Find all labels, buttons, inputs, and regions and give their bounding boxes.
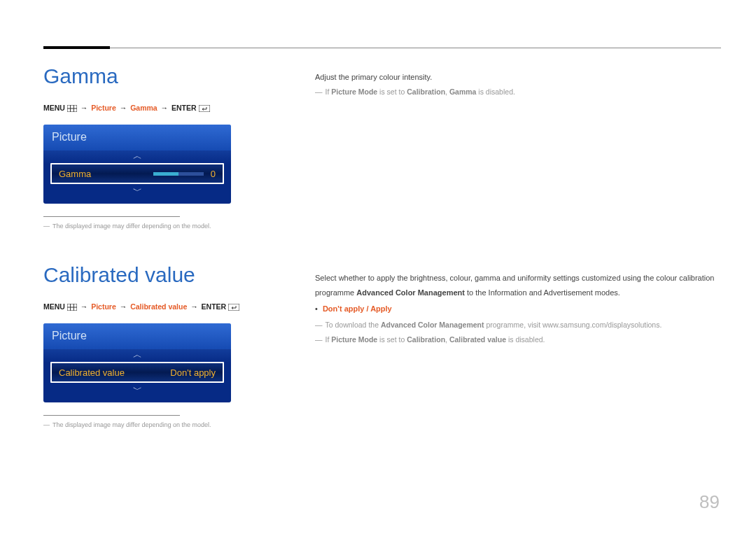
section-calibrated: Calibrated value MENU → Picture → Calibr… bbox=[43, 263, 281, 428]
header-rule-accent bbox=[43, 46, 110, 49]
menu-grid-icon bbox=[67, 304, 77, 312]
nav-picture: Picture bbox=[91, 104, 116, 112]
section-title-calibrated: Calibrated value bbox=[43, 263, 281, 287]
osd-panel-calibrated: Picture ︿ Calibrated value Don't apply ﹀ bbox=[43, 323, 231, 402]
enter-label: ENTER bbox=[172, 104, 197, 112]
calibrated-desc-line1: Select whether to apply the brightness, … bbox=[315, 272, 721, 284]
menu-path-gamma: MENU → Picture → Gamma → ENTER bbox=[43, 104, 281, 113]
page-number: 89 bbox=[699, 491, 720, 513]
chevron-down-icon: ﹀ bbox=[43, 185, 231, 197]
enter-key-icon bbox=[228, 304, 239, 312]
arrow-icon: → bbox=[80, 302, 88, 311]
footnote-rule bbox=[43, 415, 180, 416]
arrow-icon: → bbox=[80, 104, 88, 112]
calibrated-desc-line2: programme Advanced Color Management to t… bbox=[315, 287, 721, 299]
footnote-calibrated: ―The displayed image may differ dependin… bbox=[43, 421, 281, 428]
footnote-rule bbox=[43, 216, 180, 217]
osd-header: Picture bbox=[43, 125, 231, 150]
calibrated-download-note: ―To download the Advanced Color Manageme… bbox=[315, 319, 721, 330]
enter-label: ENTER bbox=[202, 302, 227, 311]
arrow-icon: → bbox=[161, 104, 169, 112]
calibrated-description: Select whether to apply the brightness, … bbox=[315, 272, 721, 345]
osd-row-value: Don't apply bbox=[170, 367, 216, 378]
chevron-up-icon: ︿ bbox=[43, 349, 231, 360]
arrow-icon: → bbox=[190, 302, 198, 311]
osd-header: Picture bbox=[43, 323, 231, 349]
chevron-up-icon: ︿ bbox=[43, 150, 231, 162]
osd-row-label: Gamma bbox=[59, 169, 91, 179]
footnote-gamma: ―The displayed image may differ dependin… bbox=[43, 223, 281, 230]
nav-calibrated-value: Calibrated value bbox=[130, 302, 187, 311]
arrow-icon: → bbox=[120, 104, 127, 112]
osd-row-gamma: Gamma 0 bbox=[50, 163, 224, 184]
svg-rect-9 bbox=[228, 304, 239, 311]
gamma-note: ―If Picture Mode is set to Calibration, … bbox=[315, 86, 721, 97]
osd-row-value: 0 bbox=[211, 169, 216, 179]
calibrated-options: Don't apply / Apply bbox=[315, 303, 721, 315]
manual-page: Gamma MENU → Picture → Gamma → ENTER Pic… bbox=[0, 0, 756, 534]
gamma-desc-line: Adjust the primary colour intensity. bbox=[315, 71, 721, 83]
right-column: Adjust the primary colour intensity. ―If… bbox=[315, 64, 721, 348]
calibrated-disabled-note: ―If Picture Mode is set to Calibration, … bbox=[315, 334, 721, 345]
left-column: Gamma MENU → Picture → Gamma → ENTER Pic… bbox=[43, 64, 281, 428]
nav-gamma: Gamma bbox=[130, 104, 158, 112]
osd-row-label: Calibrated value bbox=[59, 367, 125, 378]
menu-path-calibrated: MENU → Picture → Calibrated value → ENTE… bbox=[43, 302, 281, 312]
arrow-icon: → bbox=[120, 302, 127, 311]
osd-panel-gamma: Picture ︿ Gamma 0 ﹀ bbox=[43, 125, 231, 204]
osd-row-calibrated: Calibrated value Don't apply bbox=[50, 362, 224, 383]
enter-key-icon bbox=[199, 105, 210, 113]
gamma-description: Adjust the primary colour intensity. ―If… bbox=[315, 71, 721, 97]
menu-grid-icon bbox=[67, 105, 77, 113]
header-rule bbox=[43, 48, 721, 48]
chevron-down-icon: ﹀ bbox=[43, 384, 231, 395]
menu-label: MENU bbox=[43, 104, 65, 112]
gamma-slider bbox=[153, 172, 204, 176]
nav-picture: Picture bbox=[91, 302, 116, 311]
section-title-gamma: Gamma bbox=[43, 64, 281, 88]
menu-label: MENU bbox=[43, 302, 65, 311]
svg-rect-4 bbox=[199, 105, 210, 112]
